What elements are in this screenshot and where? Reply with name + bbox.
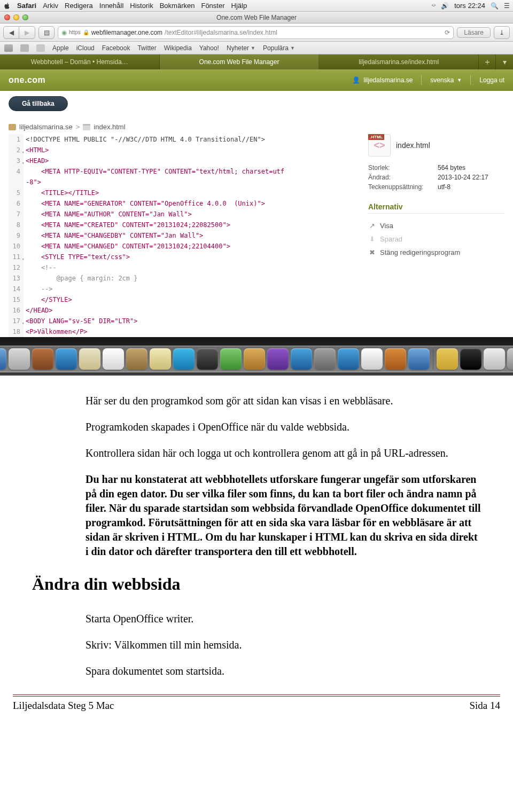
url-path: /textEditor#liljedalsmarina.se/index.htm… [165, 29, 277, 36]
dock-app-finder[interactable] [0, 348, 6, 370]
dock-app-settings[interactable] [314, 348, 336, 370]
dock-app[interactable] [197, 348, 218, 370]
dock-app[interactable] [244, 348, 265, 370]
wifi-icon[interactable]: ⌔ [432, 2, 436, 10]
language-switcher[interactable]: svenska ▼ [430, 76, 462, 84]
browser-tab[interactable]: Webbhotell – Domän • Hemsida… [0, 54, 160, 69]
dock-stack[interactable] [437, 348, 458, 370]
menubar-item[interactable]: Historik [130, 2, 153, 10]
spotlight-icon[interactable]: 🔍 [491, 2, 499, 10]
file-info-panel: .HTML <> index.html Storlek:564 bytes Än… [368, 134, 504, 337]
menubar-item[interactable]: Innehåll [99, 2, 124, 10]
body-paragraph: Starta OpenOffice writer. [86, 612, 481, 626]
dock-app-appstore[interactable] [291, 348, 312, 370]
dock-app-contacts[interactable] [126, 348, 147, 370]
safari-toolbar: ◀ ▶ ▤ ◉ https 🔒 webfilemanager.one.com /… [0, 24, 513, 42]
file-icon [83, 124, 90, 130]
breadcrumb-root[interactable]: liljedalsmarina.se [19, 123, 73, 131]
modified-label: Ändrad: [368, 174, 438, 181]
dock-app[interactable] [32, 348, 53, 370]
macos-dock [0, 337, 513, 376]
bookmark-item[interactable]: Populära▼ [263, 44, 295, 52]
menubar-item[interactable]: Fönster [201, 2, 224, 10]
dock-stack[interactable] [460, 348, 481, 370]
menubar-item[interactable]: Redigera [65, 2, 93, 10]
bookmark-item[interactable]: Yahoo! [199, 44, 219, 52]
footer-left: Liljedalsdata Steg 5 Mac [13, 700, 114, 712]
apple-logo-icon[interactable] [3, 2, 11, 10]
https-label: https [69, 29, 81, 35]
dock-app[interactable] [408, 348, 430, 370]
dock-app-messages[interactable] [173, 348, 195, 370]
body-paragraph: Kontrollera sidan här och logga ut och k… [86, 446, 481, 460]
menubar-item[interactable]: Bokmärken [160, 2, 195, 10]
dock-app[interactable] [9, 348, 30, 370]
dock-trash[interactable] [507, 348, 514, 370]
dock-app[interactable] [338, 348, 359, 370]
menubar-item[interactable]: Arkiv [43, 2, 58, 10]
dock-app-facetime[interactable] [220, 348, 242, 370]
breadcrumb-separator: > [76, 123, 80, 131]
dock-app-notes[interactable] [150, 348, 171, 370]
menubar-clock[interactable]: tors 22:24 [454, 2, 485, 10]
top-sites-icon[interactable] [20, 44, 29, 52]
sidebar-toggle-button[interactable]: ▤ [38, 26, 55, 39]
reader-button[interactable]: Läsare [457, 27, 491, 38]
saved-icon: ⬇ [368, 235, 376, 243]
body-paragraph: Här ser du den programkod som gör att si… [86, 394, 481, 408]
back-button[interactable]: ◀ [3, 26, 19, 39]
dock-stack[interactable] [484, 348, 505, 370]
screenshot-region: Safari Arkiv Redigera Innehåll Historik … [0, 0, 513, 376]
account-user[interactable]: 👤 liljedalsmarina.se [352, 76, 413, 84]
tab-menu-button[interactable]: ▾ [496, 54, 513, 69]
close-editor-action[interactable]: ✖Stäng redigeringsprogram [368, 246, 504, 259]
logout-link[interactable]: Logga ut [479, 76, 504, 84]
dock-app[interactable] [79, 348, 100, 370]
body-paragraph-bold: Du har nu konstaterat att webbhotellets … [86, 472, 481, 559]
notification-center-icon[interactable]: ☰ [504, 2, 510, 10]
go-back-button[interactable]: Gå tillbaka [9, 96, 68, 111]
dock-app[interactable] [385, 348, 406, 370]
dock-app-ical[interactable] [103, 348, 124, 370]
browser-tab-active[interactable]: One.com Web File Manager [160, 54, 320, 69]
page-footer: Liljedalsdata Steg 5 Mac Sida 14 [0, 697, 513, 724]
dock-app[interactable] [361, 348, 383, 370]
modified-value: 2013-10-24 22:17 [438, 174, 488, 181]
bookmarks-bar: Apple iCloud Facebook Twitter Wikipedia … [0, 42, 513, 54]
file-thumbnail: .HTML <> [368, 134, 391, 157]
bookmark-item[interactable]: Twitter [137, 44, 156, 52]
bookmark-item[interactable]: iCloud [76, 44, 95, 52]
site-info-icon[interactable]: ◉ [61, 29, 67, 36]
size-value: 564 bytes [438, 164, 465, 171]
bookmark-item[interactable]: Apple [52, 44, 69, 52]
menubar-app-name[interactable]: Safari [17, 2, 36, 10]
forward-button[interactable]: ▶ [19, 26, 35, 39]
url-host: webfilemanager.one.com [91, 29, 162, 36]
file-name-label: index.html [396, 141, 430, 150]
volume-icon[interactable]: 🔊 [441, 2, 449, 10]
dock-app-safari[interactable] [56, 348, 77, 370]
onecom-logo[interactable]: one.com [9, 75, 45, 85]
reload-icon[interactable]: ⟳ [445, 29, 450, 36]
menubar-item[interactable]: Hjälp [231, 2, 247, 10]
browser-tab[interactable]: liljedalsmarina.se/index.html [319, 54, 479, 69]
downloads-button[interactable]: ⤓ [494, 26, 510, 39]
macos-menubar: Safari Arkiv Redigera Innehåll Historik … [0, 0, 513, 12]
show-bookmarks-icon[interactable] [4, 44, 13, 52]
divider [470, 75, 471, 85]
bookmark-item[interactable]: Wikipedia [164, 44, 192, 52]
close-icon: ✖ [368, 248, 376, 256]
document-body: Här ser du den programkod som gör att si… [0, 376, 513, 678]
view-action[interactable]: ↗Visa [368, 219, 504, 232]
dock-app-itunes[interactable] [267, 348, 289, 370]
breadcrumb: liljedalsmarina.se > index.html [9, 123, 504, 131]
footer-right: Sida 14 [469, 700, 500, 712]
reading-list-icon[interactable] [36, 44, 45, 52]
code-editor[interactable]: 1<!DOCTYPE HTML PUBLIC "-//W3C//DTD HTML… [9, 134, 357, 337]
bookmark-item[interactable]: Nyheter▼ [227, 44, 255, 52]
new-tab-button[interactable]: ＋ [479, 54, 496, 69]
chevron-down-icon: ▼ [290, 45, 295, 51]
bookmark-item[interactable]: Facebook [102, 44, 130, 52]
browser-tab-strip: Webbhotell – Domän • Hemsida… One.com We… [0, 54, 513, 69]
address-bar[interactable]: ◉ https 🔒 webfilemanager.one.com /textEd… [58, 26, 454, 39]
